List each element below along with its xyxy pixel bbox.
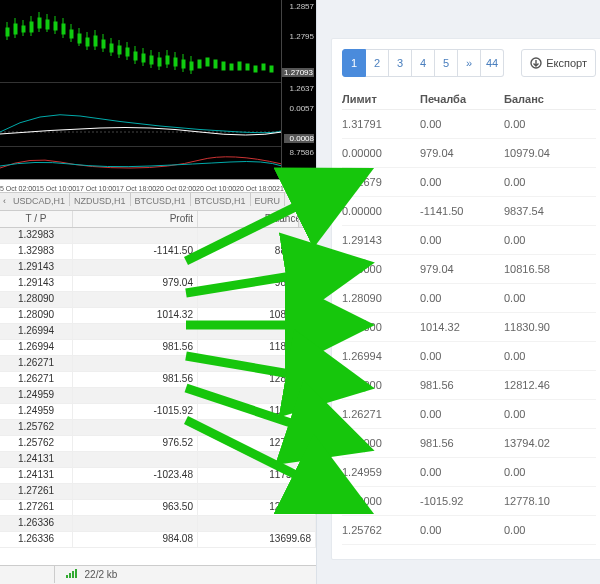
cell-limit: 0.00000 bbox=[342, 379, 420, 391]
price-chart[interactable]: 1.2857 1.2795 1.27093 1.2637 0.0057 0.00… bbox=[0, 0, 316, 193]
cell-balance: 9837.54 bbox=[504, 205, 596, 217]
symbol-tab[interactable]: BTCUSD,H1 bbox=[131, 193, 191, 206]
table-row[interactable]: 1.27261 bbox=[0, 484, 316, 500]
page-2[interactable]: 2 bbox=[366, 49, 389, 77]
cell-limit: 0.00000 bbox=[342, 321, 420, 333]
table-row[interactable]: 1.26271 bbox=[0, 356, 316, 372]
page-next[interactable]: » bbox=[458, 49, 481, 77]
cell-balance bbox=[198, 420, 316, 435]
table-row[interactable]: 1.24131-1023.4811752.10 bbox=[0, 468, 316, 484]
cell-limit: 1.26271 bbox=[342, 408, 420, 420]
table-row[interactable]: 1.29143979.049837.54 bbox=[0, 276, 316, 292]
symbol-tab[interactable]: BTCUSD,H1 bbox=[191, 193, 251, 206]
status-tab-left[interactable] bbox=[0, 566, 55, 583]
pagination: 1 2 3 4 5 » 44 Експорт bbox=[342, 49, 596, 77]
page-last[interactable]: 44 bbox=[481, 49, 504, 77]
symbol-tab[interactable]: NZDUSD,H1 bbox=[70, 193, 131, 206]
table-row: 0.00000981.5612812.46 bbox=[342, 371, 596, 400]
cell-balance: 10851.86 bbox=[198, 308, 316, 323]
tab-scroll-left-icon[interactable]: ‹ bbox=[0, 193, 9, 206]
cell-profit bbox=[73, 356, 198, 371]
y-tick: 0.0008 bbox=[284, 134, 314, 143]
svg-rect-49 bbox=[206, 58, 209, 66]
table-row[interactable]: 1.26336984.0813699.68 bbox=[0, 532, 316, 548]
cell-limit: 0.00000 bbox=[342, 495, 420, 507]
cell-tp: 1.26271 bbox=[0, 372, 73, 387]
page-5[interactable]: 5 bbox=[435, 49, 458, 77]
x-tick: 20 Oct 18:00 bbox=[236, 185, 276, 192]
cell-tp: 1.26994 bbox=[0, 340, 73, 355]
web-table-card: 1 2 3 4 5 » 44 Експорт Лимит Печалба bbox=[331, 38, 600, 560]
table-row[interactable]: 1.24959-1015.9211799.06 bbox=[0, 404, 316, 420]
page-3[interactable]: 3 bbox=[389, 49, 412, 77]
cell-profit: 976.52 bbox=[73, 436, 198, 451]
table-row: 0.00000-1015.9212778.10 bbox=[342, 487, 596, 516]
header-profit[interactable]: Profit bbox=[73, 211, 198, 227]
table-row: 0.00000979.0410816.58 bbox=[342, 255, 596, 284]
cell-profit bbox=[73, 516, 198, 531]
table-row: 0.00000979.0410979.04 bbox=[342, 139, 596, 168]
x-tick: 20 Oct 02:00 bbox=[156, 185, 196, 192]
table-row: 1.257620.000.00 bbox=[342, 516, 596, 545]
table-row[interactable]: 1.280901014.3210851.86 bbox=[0, 308, 316, 324]
cell-balance bbox=[198, 516, 316, 531]
svg-rect-48 bbox=[198, 60, 201, 68]
cell-tp: 1.29143 bbox=[0, 276, 73, 291]
cell-profit: 981.56 bbox=[73, 372, 198, 387]
cell-profit bbox=[73, 228, 198, 243]
cell-limit: 0.00000 bbox=[342, 263, 420, 275]
symbol-tab[interactable]: USDCAD,H1 bbox=[9, 193, 70, 206]
tab-scroll-right-icon[interactable]: › bbox=[307, 193, 316, 206]
scroll-up-button[interactable]: ▲ bbox=[298, 210, 316, 228]
cell-balance: 9837.54 bbox=[198, 276, 316, 291]
cell-balance: 0.00 bbox=[504, 350, 596, 362]
cell-limit: 1.28090 bbox=[342, 292, 420, 304]
cell-balance: 10979.04 bbox=[504, 147, 596, 159]
header-tp[interactable]: T / P bbox=[0, 211, 73, 227]
table-row: 1.326790.000.00 bbox=[342, 168, 596, 197]
results-table-header: T / P Profit Balance bbox=[0, 210, 316, 228]
table-row[interactable]: 1.25762976.5212775.58 bbox=[0, 436, 316, 452]
web-table-header: Лимит Печалба Баланс bbox=[342, 89, 596, 110]
cell-profit: 0.00 bbox=[420, 524, 504, 536]
cell-tp: 1.24959 bbox=[0, 388, 73, 403]
page-4[interactable]: 4 bbox=[412, 49, 435, 77]
y-tick: -4.3066 bbox=[284, 168, 314, 177]
header-profit2[interactable]: Печалба bbox=[420, 93, 504, 105]
table-row[interactable]: 1.24959 bbox=[0, 388, 316, 404]
cell-balance bbox=[198, 388, 316, 403]
cell-balance bbox=[198, 260, 316, 275]
cell-balance bbox=[198, 292, 316, 307]
symbol-tab-strip: ‹ USDCAD,H1NZDUSD,H1BTCUSD,H1BTCUSD,H1EU… bbox=[0, 192, 316, 212]
svg-rect-51 bbox=[222, 62, 225, 70]
table-row[interactable]: 1.32983-1141.508858.50 bbox=[0, 244, 316, 260]
table-row[interactable]: 1.27261963.5012715.60 bbox=[0, 500, 316, 516]
header-limit[interactable]: Лимит bbox=[342, 93, 420, 105]
cell-limit: 1.29143 bbox=[342, 234, 420, 246]
header-balance2[interactable]: Баланс bbox=[504, 93, 596, 105]
table-row[interactable]: 1.26994981.5611833.42 bbox=[0, 340, 316, 356]
table-row[interactable]: 1.24131 bbox=[0, 452, 316, 468]
table-row[interactable]: 1.26336 bbox=[0, 516, 316, 532]
table-row[interactable]: 1.25762 bbox=[0, 420, 316, 436]
cell-limit: 1.32679 bbox=[342, 176, 420, 188]
symbol-tab[interactable]: EURU bbox=[251, 193, 286, 206]
table-row[interactable]: 1.26994 bbox=[0, 324, 316, 340]
cell-balance: 12775.58 bbox=[198, 436, 316, 451]
page-1[interactable]: 1 bbox=[342, 49, 366, 77]
table-row[interactable]: 1.32983 bbox=[0, 228, 316, 244]
table-row: 1.269940.000.00 bbox=[342, 342, 596, 371]
table-row[interactable]: 1.28090 bbox=[0, 292, 316, 308]
cell-profit bbox=[73, 324, 198, 339]
table-row[interactable]: 1.29143 bbox=[0, 260, 316, 276]
right-panel: 1 2 3 4 5 » 44 Експорт Лимит Печалба bbox=[316, 0, 600, 584]
table-row[interactable]: 1.26271981.5612814.98 bbox=[0, 372, 316, 388]
cell-limit: 0.00000 bbox=[342, 147, 420, 159]
cell-balance bbox=[198, 324, 316, 339]
chart-indicator-1 bbox=[0, 82, 282, 147]
svg-rect-50 bbox=[214, 60, 217, 68]
chart-y-axis: 1.2857 1.2795 1.27093 1.2637 0.0057 0.00… bbox=[281, 0, 316, 180]
table-row: 0.00000981.5613794.02 bbox=[342, 429, 596, 458]
export-button[interactable]: Експорт bbox=[521, 49, 596, 77]
status-size: 22/2 kb bbox=[85, 569, 118, 580]
